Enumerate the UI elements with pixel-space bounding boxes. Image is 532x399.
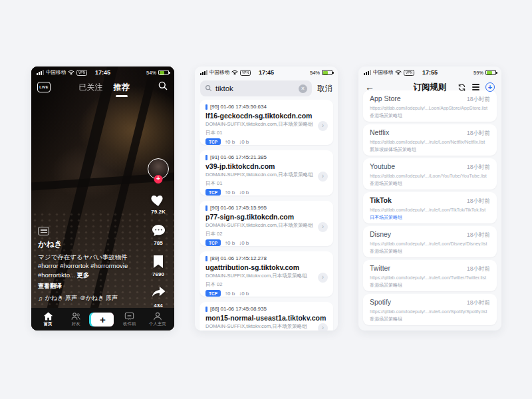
add-rule-icon[interactable]: + (485, 82, 495, 92)
tab-following[interactable]: 已关注 (79, 82, 103, 93)
inbox-icon (124, 312, 134, 321)
log-badge-row: TCP ↑0 b ↓0 b (205, 239, 327, 246)
rule-card[interactable]: Disney 18小时前 https://gitlab.com/lodepuly… (363, 226, 497, 257)
log-card[interactable]: [89] 01-06 17:45:12.278 ugattribution-sg… (200, 251, 333, 297)
upload-bytes: ↑0 b (225, 240, 235, 246)
chevron-right-icon[interactable]: › (318, 273, 328, 283)
rule-updated-time: 18小时前 (467, 265, 490, 273)
log-card[interactable]: [88] 01-06 17:45:08.935 mon15-normal-use… (200, 302, 333, 331)
rule-card[interactable]: Netflix 18小时前 https://gitlab.com/lodepul… (363, 124, 497, 156)
cancel-button[interactable]: 取消 (317, 84, 332, 94)
log-badge-row: TCP ↑0 b ↓0 b (205, 138, 327, 145)
caption-text: マジで存在するヤバい事故物件 #horror #horrortok #horro… (38, 253, 138, 279)
subtitle-icon[interactable] (38, 227, 49, 235)
clock-label: 17:45 (95, 69, 110, 76)
log-rule: DOMAIN-SUFFIX,tiktokv.com,日本场景策略组 (205, 273, 327, 279)
battery-percent: 54% (146, 70, 156, 76)
tab-inbox[interactable]: 收件箱 (117, 312, 142, 327)
rule-updated-time: 18小时前 (467, 130, 490, 138)
protocol-badge: TCP (205, 138, 221, 145)
rule-card[interactable]: Spotify 18小时前 https://gitlab.com/lodepul… (363, 294, 497, 325)
tab-profile[interactable]: 个人主页 (145, 312, 170, 327)
log-list: [95] 01-06 17:45:50.634 lf16-geckocdn-sg… (200, 100, 333, 331)
status-bar: 中国移动 VPN 17:55 59% (358, 66, 501, 78)
rule-card[interactable]: Youtube 18小时前 https://gitlab.com/lodepul… (363, 158, 497, 190)
action-rail: + 79.2K 785 7690 434 (146, 158, 171, 331)
feed-top-nav: LIVE 已关注 推荐 (31, 78, 174, 96)
battery-icon (485, 70, 496, 75)
search-row: tiktok × 取消 (200, 80, 332, 97)
rule-url: https://gitlab.com/lodepuly/...Loon/AppS… (370, 106, 490, 110)
vpn-icon: VPN (240, 70, 251, 76)
live-button[interactable]: LIVE (37, 82, 51, 92)
list-menu-icon[interactable] (472, 84, 479, 90)
chevron-right-icon[interactable]: › (318, 323, 328, 331)
log-marker-icon (205, 256, 207, 261)
refresh-icon[interactable] (458, 83, 466, 92)
battery-icon (322, 70, 332, 75)
caption-block: かねき マジで存在するヤバい事故物件 #horror #horrortok #h… (38, 227, 138, 303)
upload-bytes: ↑0 b (225, 291, 235, 297)
carrier-label: 中国移动 (46, 69, 66, 76)
see-translation-button[interactable]: 查看翻译 (38, 282, 138, 291)
log-domain: lf16-geckocdn-sg.tiktokcdn.com (205, 112, 327, 120)
sound-attribution: ＠かねき 原声 (80, 294, 118, 303)
search-input[interactable]: tiktok × (200, 80, 312, 96)
search-icon[interactable] (158, 80, 168, 94)
log-node: 日本 01 (205, 180, 327, 187)
battery-percent: 59% (473, 70, 483, 76)
home-icon (43, 312, 53, 321)
tab-friends-label: 好友 (72, 321, 80, 327)
clock-label: 17:45 (259, 69, 274, 76)
rule-url: https://gitlab.com/lodepuly/.../rule/Loo… (370, 275, 490, 280)
protocol-badge: TCP (205, 239, 221, 246)
protocol-badge: TCP (205, 290, 221, 297)
rule-card[interactable]: Twitter 18小时前 https://gitlab.com/lodepul… (363, 260, 497, 291)
log-marker-icon (205, 307, 207, 312)
status-bar: 中国移动 VPN 17:45 54% (31, 66, 174, 78)
like-icon[interactable] (150, 192, 166, 207)
chevron-right-icon[interactable]: › (318, 172, 328, 182)
log-rule: DOMAIN-SUFFIX,tiktokv.com,日本场景策略组 (205, 323, 327, 330)
log-seq-row: [95] 01-06 17:45:50.634 (205, 104, 327, 110)
friends-icon (70, 312, 81, 321)
creator-avatar[interactable]: + (148, 158, 169, 180)
log-card[interactable]: [95] 01-06 17:45:50.634 lf16-geckocdn-sg… (200, 100, 333, 145)
sound-row[interactable]: ♫ かねき 原声 ＠かねき 原声 (38, 294, 138, 303)
clear-search-icon[interactable]: × (299, 84, 307, 93)
rule-card[interactable]: TikTok 18小时前 https://gitlab.com/lodepuly… (363, 192, 497, 223)
rule-updated-time: 18小时前 (467, 231, 490, 239)
rule-policy-group: 香港场景策略组 (370, 112, 490, 119)
log-domain: p77-sign-sg.tiktokcdn.com (205, 213, 327, 221)
music-note-icon: ♫ (38, 295, 43, 302)
chevron-right-icon[interactable]: › (318, 222, 328, 232)
tab-friends[interactable]: 好友 (63, 312, 88, 327)
caption-more-button[interactable]: 更多 (77, 271, 90, 279)
share-icon[interactable] (151, 286, 166, 301)
rule-policy-group: 日本场景策略组 (370, 214, 490, 221)
comment-icon[interactable] (151, 223, 166, 238)
rule-policy-group: 香港场景策略组 (370, 180, 490, 187)
rule-url: https://gitlab.com/lodepuly/.../rule/Loo… (370, 140, 490, 144)
rule-policy-group: 香港场景策略组 (370, 248, 490, 255)
carrier-label: 中国移动 (373, 69, 393, 76)
log-marker-icon (205, 155, 207, 160)
rule-name: TikTok (370, 196, 392, 204)
upload-bytes: ↑0 b (225, 190, 235, 196)
creator-username[interactable]: かねき (38, 239, 138, 250)
create-button[interactable]: + (91, 313, 114, 327)
wifi-icon (231, 70, 238, 75)
log-card[interactable]: [90] 01-06 17:45:15.995 p77-sign-sg.tikt… (200, 201, 333, 246)
log-card[interactable]: [91] 01-06 17:45:21.385 v39-jp.tiktokcdn… (200, 150, 333, 196)
tab-home[interactable]: 首页 (35, 312, 61, 327)
carrier-label: 中国移动 (209, 69, 229, 76)
wifi-icon (395, 70, 402, 75)
wifi-icon (68, 70, 74, 75)
chevron-right-icon[interactable]: › (318, 121, 328, 131)
rule-list: App Store 18小时前 https://gitlab.com/lodep… (363, 90, 497, 328)
bookmark-count: 7690 (152, 271, 164, 277)
log-seq: [91] 01-06 17:45:21.385 (210, 154, 267, 160)
follow-button[interactable]: + (154, 175, 163, 184)
tab-for-you[interactable]: 推荐 (114, 82, 130, 93)
bookmark-icon[interactable] (152, 255, 164, 269)
